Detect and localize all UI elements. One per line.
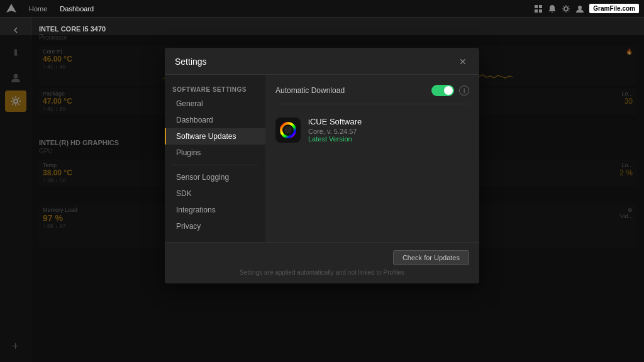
grid-icon[interactable] [534,4,543,13]
modal-title: Settings [175,57,207,67]
nav-section-software: Software Settings [165,82,265,96]
gramfile-badge: GramFile.com [589,4,639,13]
software-status: Latest Version [308,135,469,143]
modal-nav: Software Settings General Dashboard Soft… [165,75,265,242]
svg-rect-0 [535,5,538,8]
corsair-logo [5,3,18,15]
nav-item-software-updates[interactable]: Software Updates [165,128,265,145]
main-layout: + INTEL CORE I5 3470 Processor Core #1 🔥… [0,18,644,362]
software-info: iCUE Software Core, v. 5.24.57 Latest Ve… [308,117,469,143]
nav-item-sdk[interactable]: SDK [165,185,265,202]
software-version: Core, v. 5.24.57 [308,128,469,135]
auto-download-label: Automatic Download [275,86,345,95]
nav-item-privacy[interactable]: Privacy [165,218,265,234]
settings-modal: Settings ✕ Software Settings General Das… [165,48,479,283]
nav-item-general[interactable]: General [165,96,265,112]
toggle-knob [444,86,453,95]
modal-body: Software Settings General Dashboard Soft… [165,75,479,242]
nav-item-integrations[interactable]: Integrations [165,202,265,218]
nav-dashboard[interactable]: Dashboard [55,4,99,14]
svg-point-14 [284,126,292,134]
nav-item-plugins[interactable]: Plugins [165,145,265,161]
footer-note: Settings are applied automatically and n… [175,269,469,276]
info-icon[interactable]: i [459,85,469,96]
software-name: iCUE Software [308,117,469,126]
svg-rect-3 [539,9,542,13]
cpu-title: INTEL CORE I5 3470 [39,25,636,33]
topbar-right: GramFile.com [534,4,639,13]
bell-icon[interactable] [548,4,557,13]
content-spacer [275,148,469,232]
check-updates-btn[interactable]: Check for Updates [393,250,469,265]
software-item-icue: iCUE Software Core, v. 5.24.57 Latest Ve… [275,112,469,148]
profile-topbar-icon[interactable] [575,4,584,13]
svg-point-4 [564,7,568,11]
auto-download-controls: i [431,85,469,96]
auto-download-row: Automatic Download i [275,85,469,104]
modal-overlay: Settings ✕ Software Settings General Das… [0,35,644,362]
topbar: Home Dashboard GramFile.com [0,0,644,18]
auto-download-toggle[interactable] [431,85,454,96]
svg-rect-2 [535,9,538,13]
svg-rect-1 [539,5,542,8]
nav-item-sensor-logging[interactable]: Sensor Logging [165,169,265,185]
icue-logo-svg [278,120,298,140]
svg-point-5 [578,6,582,9]
settings-topbar-icon[interactable] [562,4,570,13]
topbar-nav: Home Dashboard [24,4,99,14]
modal-content-area: Automatic Download i [265,75,479,242]
nav-divider [172,165,258,165]
modal-close-btn[interactable]: ✕ [457,55,469,68]
modal-footer: Check for Updates Settings are applied a… [165,242,479,283]
icue-icon [275,118,301,143]
nav-home[interactable]: Home [24,4,52,14]
modal-header: Settings ✕ [165,48,479,75]
nav-item-dashboard[interactable]: Dashboard [165,112,265,128]
